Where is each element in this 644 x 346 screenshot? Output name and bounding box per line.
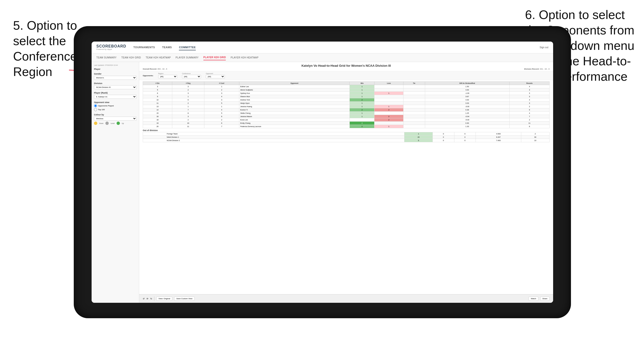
- sub-nav-team-h2h-heatmap[interactable]: TEAM H2H HEATMAP: [146, 55, 171, 60]
- td-rounds: 2: [510, 105, 550, 108]
- sidebar-division-label: Division: [94, 82, 136, 85]
- filter-conference-select[interactable]: (All): [182, 75, 201, 78]
- td-out-opponent: NAIA Division 1: [143, 136, 404, 139]
- td-diff: -1.00: [425, 92, 509, 95]
- td-out-diff: 7.400: [476, 139, 521, 142]
- table-row: 16 3 6 Jessica Mason 1 2 -0.94 7: [143, 115, 550, 118]
- sub-nav-player-h2h-grid[interactable]: PLAYER H2H GRID: [204, 55, 226, 60]
- td-reg: 10: [172, 122, 204, 125]
- td-conf: 6: [204, 122, 239, 125]
- toolbar-refresh-icon[interactable]: ↻: [150, 298, 152, 300]
- td-win: 4: [350, 122, 374, 125]
- td-opponent: Andrea York: [239, 98, 350, 102]
- sidebar-division-select[interactable]: NCAA Division III: [94, 85, 136, 89]
- td-div: 16: [143, 115, 172, 118]
- out-division-row: NCAA Division 2 5 0 0 7.400 10: [143, 139, 550, 142]
- td-tie: [403, 125, 425, 128]
- td-tie: [403, 102, 425, 105]
- sidebar-player-rank-select[interactable]: 8. Katelyn Vo: [94, 95, 136, 99]
- td-reg: 3: [172, 85, 204, 88]
- td-win: 1: [350, 112, 374, 115]
- td-out-tie: 0: [454, 132, 476, 136]
- sub-nav-player-h2h-heatmap[interactable]: PLAYER H2H HEATMAP: [230, 55, 258, 60]
- td-out-win: 15: [404, 136, 433, 139]
- td-tie: [403, 115, 425, 118]
- filter-opponent-select[interactable]: (All): [206, 75, 225, 78]
- td-opponent: Stella Cheng: [239, 112, 350, 115]
- td-out-tie: 0: [454, 139, 476, 142]
- sidebar-radio-opponents-played[interactable]: Opponents Played: [94, 104, 136, 107]
- toolbar-redo-icon[interactable]: ⟳: [146, 298, 148, 300]
- sidebar-colour-select[interactable]: Win/loss: [94, 117, 136, 121]
- td-loss: [374, 85, 403, 88]
- sidebar-radio-top100[interactable]: Top 100: [94, 108, 136, 111]
- colour-level-label: Level: [110, 123, 115, 124]
- sub-nav-team-h2h-grid[interactable]: TEAM H2H GRID: [121, 55, 141, 60]
- sub-nav-team-summary[interactable]: TEAM SUMMARY: [96, 55, 116, 60]
- td-opponent: Eunice Yi: [239, 108, 350, 112]
- th-div: # Div: [143, 82, 172, 85]
- table-row: 5 2 2 Alexis Sudjianto 1 4.00 3: [143, 88, 550, 92]
- table-row: 14 7 4 Eunice Yi 2 2 0.38 9: [143, 108, 550, 112]
- toolbar-undo-icon[interactable]: ↺: [143, 298, 145, 300]
- th-conf: # Conf: [204, 82, 239, 85]
- td-loss: [374, 102, 403, 105]
- nav-right: Sign out: [540, 46, 548, 49]
- td-div: 19: [143, 122, 172, 125]
- td-loss: 2: [374, 118, 403, 122]
- sidebar-opponent-view-section: Opponent view Opponents Played Top 100: [94, 101, 136, 111]
- td-tie: [403, 85, 425, 88]
- td-reg: 7: [172, 108, 204, 112]
- sidebar-player-rank-label: Player (Rank): [94, 92, 136, 94]
- panel: Katelyn Vo Head-to-Head Grid for Women's…: [139, 62, 553, 303]
- filter-region-select[interactable]: (All): [158, 75, 177, 78]
- sub-nav-player-summary[interactable]: PLAYER SUMMARY: [176, 55, 199, 60]
- td-rounds: 3: [510, 102, 550, 105]
- td-tie: [403, 112, 425, 115]
- td-win: 1: [350, 105, 374, 108]
- nav-tournaments[interactable]: TOURNAMENTS: [134, 45, 155, 50]
- td-win: 2: [350, 108, 374, 112]
- toolbar-view-original[interactable]: View: Original: [156, 297, 172, 301]
- td-opponent: Emily Chang: [239, 122, 350, 125]
- toolbar-watch[interactable]: Watch: [528, 297, 538, 301]
- out-division-row: NAIA Division 1 15 0 0 9.267 30: [143, 136, 550, 139]
- nav-teams[interactable]: TEAMS: [162, 45, 172, 50]
- td-diff: 1.25: [425, 112, 509, 115]
- td-rounds: 11: [510, 122, 550, 125]
- sidebar-gender-select[interactable]: Women's: [94, 76, 136, 80]
- td-loss: [374, 98, 403, 102]
- td-diff: -5.00: [425, 118, 509, 122]
- td-win: 1: [350, 102, 374, 105]
- td-win: 1: [350, 115, 374, 118]
- td-out-opponent: NCAA Division 2: [143, 139, 404, 142]
- td-div: 6: [143, 92, 172, 95]
- td-out-loss: 0: [433, 132, 454, 136]
- panel-title: Katelyn Vo Head-to-Head Grid for Women's…: [143, 64, 550, 67]
- logo-subtitle: Powered by clippd: [96, 48, 126, 50]
- td-rounds: 3: [510, 92, 550, 95]
- sub-nav: TEAM SUMMARY TEAM H2H GRID TEAM H2H HEAT…: [92, 53, 553, 62]
- sidebar-player-section: Player: [94, 68, 136, 70]
- filters-row: Opponents: Region (All) Conference (All): [139, 71, 553, 80]
- th-loss: Loss: [374, 82, 403, 85]
- sidebar-division-section: Division NCAA Division III: [94, 82, 136, 89]
- td-win: 1: [350, 95, 374, 98]
- td-diff: -3.00: [425, 105, 509, 108]
- td-loss: 1: [374, 92, 403, 95]
- td-diff: 1.33: [425, 125, 509, 128]
- td-opponent: Heejo Hyun: [239, 102, 350, 105]
- opponents-label: Opponents:: [143, 75, 154, 77]
- td-win: [350, 118, 374, 122]
- toolbar-save-custom[interactable]: Save Custom View: [174, 297, 194, 301]
- td-out-diff: 9.267: [476, 136, 521, 139]
- nav-committee[interactable]: COMMITTEE: [179, 45, 196, 50]
- td-out-rounds: 2: [521, 132, 549, 136]
- sign-out-link[interactable]: Sign out: [540, 46, 548, 49]
- td-loss: [374, 95, 403, 98]
- toolbar-share[interactable]: Share: [540, 297, 550, 301]
- td-diff: 1.50: [425, 85, 509, 88]
- division-record: Division Record: 331 - 34 - 6: [524, 68, 550, 70]
- td-tie: [403, 105, 425, 108]
- td-div: 10: [143, 98, 172, 102]
